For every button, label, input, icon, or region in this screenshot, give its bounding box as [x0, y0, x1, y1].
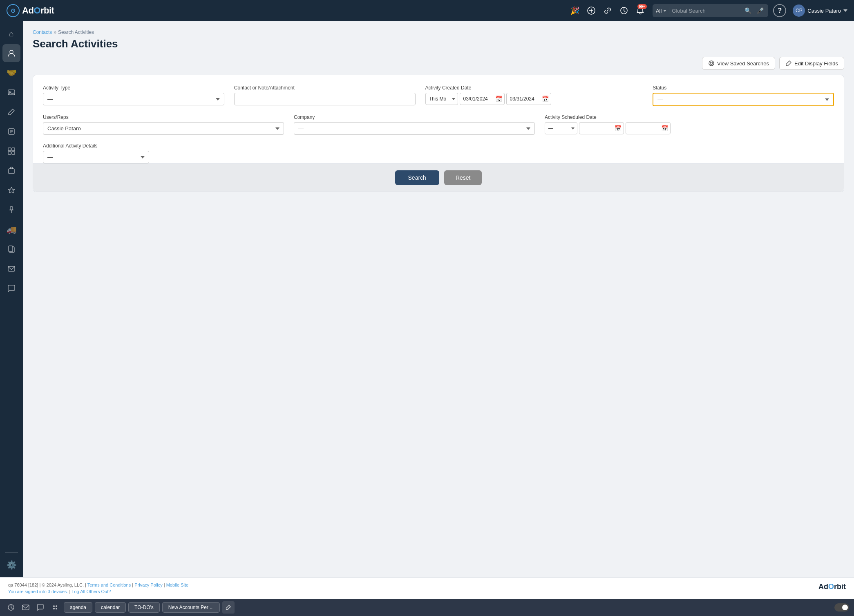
taskbar-tab-calendar[interactable]: calendar: [95, 602, 126, 613]
logo-area[interactable]: ⊙ AdOrbit: [7, 4, 54, 17]
users-reps-select[interactable]: Cassie Pataro: [43, 122, 284, 135]
date-from-input[interactable]: [460, 93, 505, 105]
footer-mobile-link[interactable]: Mobile Site: [166, 583, 188, 587]
taskbar-apps-icon[interactable]: [49, 601, 61, 614]
company-label: Company: [294, 114, 535, 120]
reset-button[interactable]: Reset: [444, 170, 482, 185]
taskbar-clock-icon[interactable]: [5, 601, 17, 614]
global-search-area[interactable]: All 🔍 🎤: [653, 4, 768, 17]
activity-created-date-group: Activity Created Date This Mo This Week …: [425, 85, 643, 106]
svg-point-25: [53, 605, 55, 607]
svg-rect-5: [8, 90, 15, 95]
sidebar-item-star[interactable]: [2, 181, 20, 199]
footer-privacy-link[interactable]: Privacy Policy: [134, 583, 162, 587]
app-name: AdOrbit: [22, 5, 54, 16]
additional-activity-group: Additional Activity Details —: [43, 143, 149, 163]
activity-type-group: Activity Type —: [43, 85, 224, 106]
bottom-taskbar: agenda calendar TO-DO's New Accounts Per…: [0, 599, 854, 616]
help-icon[interactable]: ?: [773, 4, 786, 17]
additional-activity-select[interactable]: —: [43, 151, 149, 163]
date-range-select[interactable]: This Mo This Week Last Month Custom: [425, 93, 458, 105]
page-title: Search Activities: [33, 38, 844, 50]
svg-point-21: [709, 61, 714, 66]
search-submit-icon[interactable]: 🔍: [743, 6, 753, 16]
svg-rect-11: [8, 148, 11, 151]
notifications-icon[interactable]: 99+: [633, 3, 648, 18]
svg-rect-19: [9, 246, 13, 252]
search-panel: Activity Type — Contact or Note/Attachme…: [33, 75, 844, 192]
sidebar-item-edit[interactable]: [2, 103, 20, 121]
activity-scheduled-date-label: Activity Scheduled Date: [545, 114, 834, 120]
user-name: Cassie Pataro: [807, 8, 841, 14]
svg-point-28: [56, 608, 57, 609]
logo-icon: ⊙: [7, 4, 20, 17]
sched-date-from-input[interactable]: [579, 122, 624, 134]
sidebar-item-pin[interactable]: [2, 201, 20, 219]
form-row-1: Activity Type — Contact or Note/Attachme…: [43, 85, 834, 106]
svg-rect-24: [22, 605, 29, 610]
taskbar-tab-agenda[interactable]: agenda: [64, 602, 92, 613]
user-menu[interactable]: CP Cassie Pataro: [793, 4, 847, 17]
svg-point-22: [710, 62, 713, 65]
link-icon[interactable]: [600, 3, 615, 18]
user-menu-chevron: [843, 9, 847, 12]
sidebar-item-settings[interactable]: ⚙️: [2, 556, 20, 574]
activity-created-date-label: Activity Created Date: [425, 85, 643, 91]
sidebar-item-reports[interactable]: [2, 123, 20, 141]
edit-taskbar-button[interactable]: [222, 601, 235, 614]
breadcrumb: Contacts » Search Activities: [33, 29, 844, 35]
svg-rect-14: [12, 152, 15, 154]
sidebar-item-chat[interactable]: [2, 279, 20, 297]
status-select[interactable]: — Active Inactive: [653, 93, 834, 106]
sidebar-item-home[interactable]: ⌂: [2, 25, 20, 42]
contact-note-input[interactable]: [234, 93, 416, 105]
sidebar-item-media[interactable]: [2, 83, 20, 101]
breadcrumb-contacts[interactable]: Contacts: [33, 29, 52, 35]
scheduled-date-range-select[interactable]: — This Month Custom: [545, 122, 577, 134]
footer-log-others-link[interactable]: Log All Others Out?: [72, 589, 111, 594]
taskbar-email-icon[interactable]: [20, 601, 32, 614]
footer-terms-link[interactable]: Terms and Conditions: [87, 583, 131, 587]
users-reps-group: Users/Reps Cassie Pataro: [43, 114, 284, 135]
view-saved-searches-button[interactable]: View Saved Searches: [702, 57, 775, 70]
svg-rect-12: [12, 148, 15, 151]
svg-rect-15: [9, 169, 14, 174]
sidebar-item-email[interactable]: [2, 260, 20, 278]
search-button[interactable]: Search: [395, 170, 439, 185]
sidebar-item-contacts[interactable]: [2, 44, 20, 62]
toggle-button[interactable]: [834, 603, 849, 612]
history-icon[interactable]: [617, 3, 631, 18]
svg-point-26: [56, 605, 57, 607]
contact-note-group: Contact or Note/Attachment: [234, 85, 416, 106]
company-select[interactable]: —: [294, 122, 535, 135]
sidebar-item-orders[interactable]: [2, 162, 20, 180]
sidebar-item-documents[interactable]: [2, 240, 20, 258]
edit-display-fields-button[interactable]: Edit Display Fields: [779, 57, 844, 70]
svg-rect-16: [10, 207, 13, 210]
date-to-input[interactable]: [506, 93, 551, 105]
footer-logo: AdOrbit: [818, 583, 846, 591]
date-to-wrapper: 📅: [506, 93, 551, 105]
status-label: Status: [653, 85, 834, 91]
add-icon[interactable]: [584, 3, 599, 18]
users-reps-label: Users/Reps: [43, 114, 284, 120]
activity-type-select[interactable]: —: [43, 93, 224, 105]
search-scope-selector[interactable]: All: [656, 8, 666, 14]
sidebar-item-deals[interactable]: 🤝: [2, 64, 20, 82]
notification-badge: 99+: [637, 4, 647, 9]
footer-signed-in-link[interactable]: You are signed into 3 devices.: [8, 589, 68, 594]
activity-type-label: Activity Type: [43, 85, 224, 91]
sidebar: ⌂ 🤝: [0, 21, 23, 577]
taskbar-tab-new-accounts[interactable]: New Accounts Per ...: [162, 602, 220, 613]
sidebar-item-grid[interactable]: [2, 142, 20, 160]
sidebar-item-delivery[interactable]: 🚚: [2, 221, 20, 239]
additional-activity-label: Additional Activity Details: [43, 143, 149, 149]
global-search-input[interactable]: [672, 8, 740, 14]
party-icon[interactable]: 🎉: [568, 3, 582, 18]
taskbar-tab-todos[interactable]: TO-DO's: [128, 602, 160, 613]
view-saved-icon: [708, 60, 715, 67]
scheduled-date-range-inputs: — This Month Custom 📅 📅: [545, 122, 834, 134]
sched-date-to-input[interactable]: [626, 122, 671, 134]
taskbar-chat-icon[interactable]: [34, 601, 47, 614]
voice-search-icon[interactable]: 🎤: [755, 6, 765, 16]
